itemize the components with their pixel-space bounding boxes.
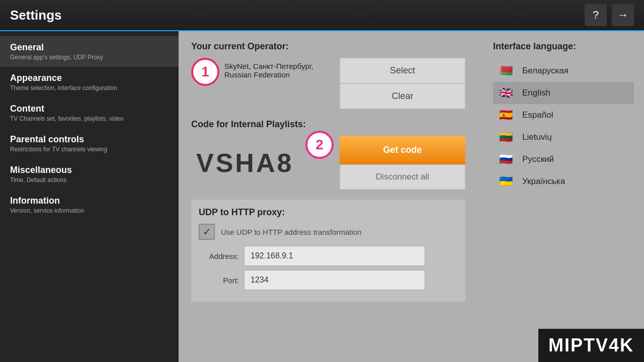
step1-badge: 1 — [191, 58, 219, 86]
playlist-section: VSHA8 2 Get code Disconnect all — [191, 136, 465, 190]
operator-row: 1 SkyNet, Санкт-Петербург, Russian Feder… — [191, 58, 465, 109]
lang-item-belarusian[interactable]: 🇧🇾 Беларуская — [493, 60, 634, 82]
sidebar-item-miscellaneous[interactable]: Miscellaneous Time, Default actions — [0, 159, 179, 190]
step1-number: 1 — [201, 64, 209, 80]
sidebar-item-information[interactable]: Information Version, service information — [0, 190, 179, 220]
udp-checkbox-row: ✓ Use UDP to HTTP address transformation — [199, 224, 458, 240]
lang-name-english: English — [522, 88, 550, 98]
udp-title: UDP to HTTP proxy: — [199, 207, 458, 218]
content-area: Your current Operator: 1 SkyNet, Санкт-П… — [179, 31, 644, 362]
language-panel: Interface language: 🇧🇾 Беларуская 🇬🇧 Eng… — [483, 31, 644, 362]
playlist-section-label: Code for Internal Playlists: — [191, 119, 465, 130]
help-icon: ? — [593, 9, 599, 22]
operator-location: Russian Federation — [224, 70, 340, 79]
flag-english: 🇬🇧 — [495, 86, 516, 100]
sidebar-item-parental[interactable]: Parental controls Restrictions for TV ch… — [0, 128, 179, 159]
lang-item-ukrainian[interactable]: 🇺🇦 Українська — [493, 170, 634, 193]
sidebar-item-miscellaneous-title: Miscellaneous — [10, 165, 169, 175]
flag-lithuanian: 🇱🇹 — [495, 130, 516, 144]
get-code-button[interactable]: Get code — [340, 136, 465, 164]
sidebar-item-content-subtitle: TV Channels set, favorites, playlists, v… — [10, 115, 169, 122]
language-panel-title: Interface language: — [493, 41, 634, 52]
sidebar-item-miscellaneous-subtitle: Time, Default actions — [10, 176, 169, 184]
flag-ukrainian: 🇺🇦 — [495, 174, 516, 189]
sidebar-item-general[interactable]: General General app's settings, UDP Prox… — [0, 36, 179, 67]
udp-checkbox-label: Use UDP to HTTP address transformation — [221, 228, 362, 236]
sidebar-item-content[interactable]: Content TV Channels set, favorites, play… — [0, 98, 179, 128]
sidebar: General General app's settings, UDP Prox… — [0, 31, 179, 362]
flag-belarusian: 🇧🇾 — [495, 64, 516, 78]
forward-icon: → — [617, 9, 628, 22]
sidebar-item-general-subtitle: General app's settings, UDP Proxy — [10, 54, 169, 61]
playlist-buttons: Get code Disconnect all — [340, 136, 465, 190]
lang-name-russian: Русский — [522, 154, 554, 164]
clear-button[interactable]: Clear — [340, 83, 465, 109]
sidebar-item-appearance[interactable]: Appearance Theme selection, interface co… — [0, 67, 179, 98]
address-label: Address: — [199, 252, 239, 260]
lang-item-espanol[interactable]: 🇪🇸 Español — [493, 104, 634, 126]
page-title: Settings — [10, 8, 62, 23]
operator-name: SkyNet, Санкт-Петербург, — [224, 62, 340, 70]
header-actions: ? → — [585, 4, 634, 26]
main-layout: General General app's settings, UDP Prox… — [0, 31, 644, 362]
flag-espanol: 🇪🇸 — [495, 108, 516, 122]
header: Settings ? → — [0, 0, 644, 31]
lang-name-belarusian: Беларуская — [522, 66, 569, 76]
checkmark-icon: ✓ — [203, 226, 211, 238]
step2-number: 2 — [315, 137, 324, 153]
udp-checkbox[interactable]: ✓ — [199, 224, 215, 240]
port-label: Port: — [199, 276, 239, 285]
lang-item-lithuanian[interactable]: 🇱🇹 Lietuvių — [493, 126, 634, 148]
port-row: Port: — [199, 270, 458, 290]
sidebar-item-content-title: Content — [10, 104, 169, 114]
sidebar-item-appearance-title: Appearance — [10, 73, 169, 83]
operator-info: SkyNet, Санкт-Петербург, Russian Federat… — [224, 58, 340, 79]
lang-name-lithuanian: Lietuvių — [522, 132, 552, 142]
select-button[interactable]: Select — [340, 58, 465, 83]
lang-item-english[interactable]: 🇬🇧 English — [493, 82, 634, 104]
sidebar-item-parental-subtitle: Restrictions for TV channels viewing — [10, 146, 169, 153]
address-row: Address: — [199, 246, 458, 266]
sidebar-item-information-subtitle: Version, service information — [10, 207, 169, 214]
sidebar-item-appearance-subtitle: Theme selection, interface configuration — [10, 84, 169, 92]
lang-name-espanol: Español — [522, 110, 553, 120]
disconnect-all-button[interactable]: Disconnect all — [340, 164, 465, 190]
lang-name-ukrainian: Українська — [522, 176, 565, 187]
help-button[interactable]: ? — [585, 4, 607, 26]
watermark: MIPTV4K — [538, 329, 644, 362]
operator-section-label: Your current Operator: — [191, 41, 465, 52]
flag-russian: 🇷🇺 — [495, 152, 516, 166]
forward-button[interactable]: → — [612, 4, 634, 26]
sidebar-item-information-title: Information — [10, 196, 169, 206]
sidebar-item-parental-title: Parental controls — [10, 134, 169, 145]
sidebar-item-general-title: General — [10, 42, 169, 53]
content-inner: Your current Operator: 1 SkyNet, Санкт-П… — [191, 41, 465, 302]
operator-buttons: Select Clear — [340, 58, 465, 109]
port-input[interactable] — [244, 270, 425, 290]
lang-item-russian[interactable]: 🇷🇺 Русский — [493, 148, 634, 170]
address-input[interactable] — [244, 246, 425, 266]
udp-section: UDP to HTTP proxy: ✓ Use UDP to HTTP add… — [191, 200, 465, 302]
step2-badge: 2 — [305, 131, 334, 159]
